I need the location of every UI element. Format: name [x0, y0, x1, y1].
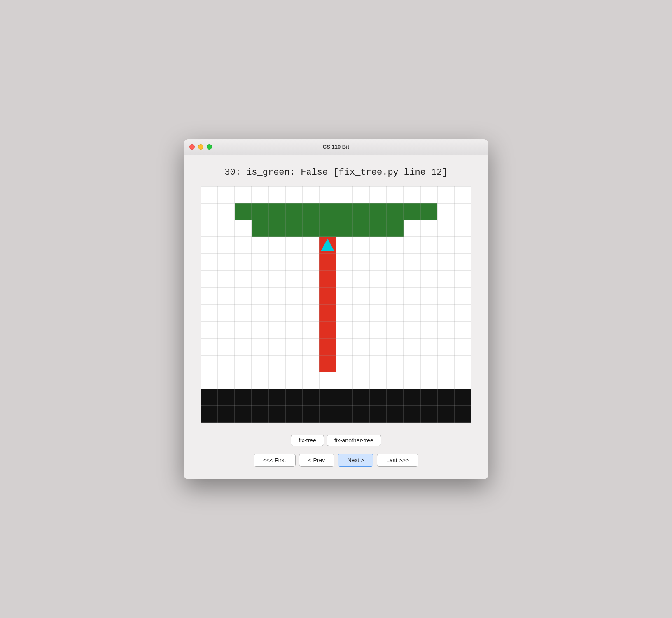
- grid-canvas: [201, 186, 471, 423]
- tab-fix-another-tree[interactable]: fix-another-tree: [327, 435, 381, 446]
- main-content: 30: is_green: False [fix_tree.py line 12…: [184, 155, 488, 479]
- first-button[interactable]: <<< First: [254, 454, 296, 467]
- minimize-button[interactable]: [198, 144, 203, 150]
- tab-fix-tree[interactable]: fix-tree: [291, 435, 324, 446]
- next-button[interactable]: Next >: [338, 454, 373, 467]
- app-window: CS 110 Bit 30: is_green: False [fix_tree…: [184, 139, 488, 479]
- window-title: CS 110 Bit: [323, 144, 349, 150]
- tabs-row: fix-tree fix-another-tree: [291, 435, 381, 446]
- close-button[interactable]: [189, 144, 195, 150]
- prev-button[interactable]: < Prev: [299, 454, 335, 467]
- traffic-lights: [189, 144, 212, 150]
- titlebar: CS 110 Bit: [184, 139, 488, 155]
- debug-label: 30: is_green: False [fix_tree.py line 12…: [224, 167, 447, 178]
- last-button[interactable]: Last >>>: [377, 454, 418, 467]
- grid-canvas-container: [201, 186, 471, 423]
- maximize-button[interactable]: [207, 144, 212, 150]
- nav-row: <<< First < Prev Next > Last >>>: [254, 454, 418, 467]
